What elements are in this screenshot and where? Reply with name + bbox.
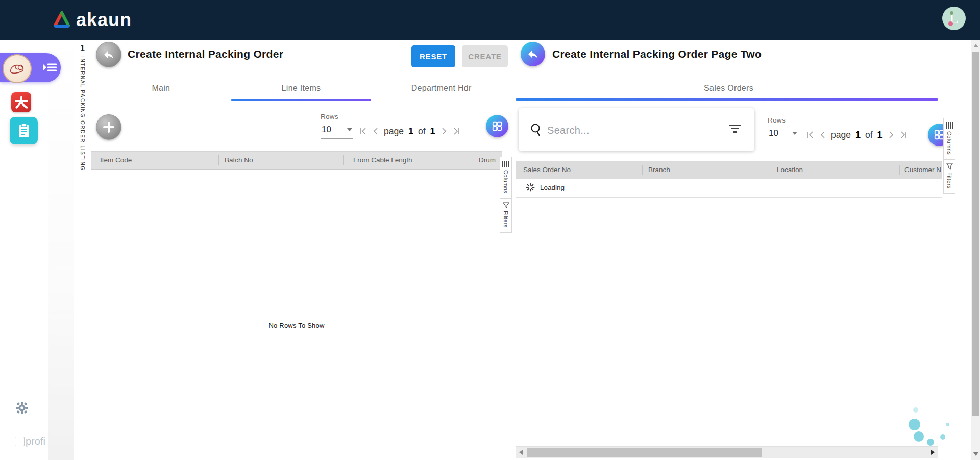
scroll-up-icon[interactable]: [973, 44, 978, 47]
columns-tool-label: Columns: [503, 170, 509, 193]
column-header-sales-order-no[interactable]: Sales Order No: [523, 161, 571, 179]
search-input[interactable]: [546, 120, 717, 140]
page-word: page: [831, 130, 851, 140]
sidebar-item-clipboard-app[interactable]: [10, 117, 38, 144]
filters-tool-toggle[interactable]: Filters: [500, 198, 512, 233]
clipboard-icon: [16, 123, 32, 139]
column-header-location[interactable]: Location: [777, 161, 803, 179]
scroll-left-icon[interactable]: [519, 450, 523, 455]
left-table-side-strip: Columns Filters: [500, 157, 512, 233]
user-avatar[interactable]: L: [942, 7, 966, 30]
chevron-down-icon: [792, 132, 797, 135]
column-header-branch[interactable]: Branch: [648, 161, 670, 179]
tab-line-items[interactable]: Line Items: [231, 77, 372, 100]
filters-tool-label: Filters: [946, 172, 952, 189]
right-table-side-strip: Columns Filters: [943, 118, 955, 194]
page-title: Create Internal Packing Order Page Two: [552, 48, 762, 60]
last-page-icon[interactable]: [452, 127, 461, 136]
bubble-icon: [927, 439, 934, 446]
collapsed-panel-strip: [48, 40, 75, 460]
loading-spinner-icon: [526, 183, 535, 192]
brand-triangle-icon: [53, 11, 71, 29]
active-tab-indicator: [516, 98, 938, 101]
top-bar: akaun L: [0, 0, 980, 40]
sidebar-expand-icon[interactable]: [42, 61, 57, 76]
search-filter-icon[interactable]: [729, 125, 741, 135]
sidebar-item-red-app[interactable]: [11, 92, 31, 112]
listing-vertical-tab[interactable]: 1 INTERNAL PACKING ORDER LISTING: [74, 40, 91, 460]
current-page: 1: [855, 130, 861, 140]
total-pages: 1: [430, 126, 435, 137]
next-page-icon[interactable]: [439, 127, 449, 136]
tab-department-hdr[interactable]: Department Hdr: [371, 77, 511, 100]
column-separator: [772, 165, 772, 175]
tab-main[interactable]: Main: [91, 77, 231, 100]
columns-icon: [946, 122, 953, 129]
last-page-icon[interactable]: [899, 130, 908, 139]
tab-sales-orders[interactable]: Sales Orders: [516, 77, 942, 100]
rows-label: Rows: [768, 116, 786, 124]
column-separator: [218, 155, 219, 165]
loading-row: Loading: [516, 178, 942, 198]
vertical-scrollbar[interactable]: [971, 40, 980, 460]
filter-funnel-icon: [946, 163, 953, 170]
columns-icon: [502, 161, 509, 167]
profile-checkbox[interactable]: [15, 437, 24, 446]
page-title: Create Internal Packing Order: [128, 48, 283, 60]
horizontal-scrollbar[interactable]: [516, 446, 938, 458]
column-header-item-code[interactable]: Item Code: [100, 152, 132, 169]
current-page: 1: [408, 126, 413, 137]
first-page-icon[interactable]: [359, 127, 368, 136]
search-icon: [530, 123, 543, 137]
filters-tool-toggle[interactable]: Filters: [943, 159, 955, 194]
column-header-drum[interactable]: Drum: [479, 152, 496, 169]
search-box: [519, 108, 754, 151]
back-button[interactable]: [521, 42, 545, 66]
add-row-button[interactable]: [96, 114, 121, 140]
rows-per-page-select[interactable]: 10: [768, 128, 798, 142]
create-button[interactable]: CREATE: [462, 45, 508, 67]
column-header-batch-no[interactable]: Batch No: [225, 152, 253, 169]
grid-view-button[interactable]: [486, 115, 508, 137]
avatar-leaf-icon: [950, 11, 953, 15]
reset-button[interactable]: RESET: [411, 45, 455, 67]
next-page-icon[interactable]: [887, 130, 896, 139]
settings-gear-icon[interactable]: [15, 401, 29, 415]
of-word: of: [865, 130, 873, 140]
kanji-dai-icon: [14, 95, 29, 110]
left-tab-bar: Main Line Items Department Hdr: [91, 77, 511, 100]
first-page-icon[interactable]: [806, 130, 815, 139]
back-button[interactable]: [96, 42, 121, 67]
column-separator: [899, 165, 900, 175]
bubble-icon: [946, 423, 949, 426]
app-logo: akaun: [53, 9, 132, 31]
chevron-down-icon: [347, 128, 352, 131]
workspace-pill[interactable]: [0, 53, 61, 82]
sales-orders-table-header: Sales Order No Branch Location Customer …: [516, 161, 942, 179]
back-arrow-icon: [103, 49, 115, 61]
line-items-table-header: Item Code Batch No From Cable Length Dru…: [91, 151, 502, 170]
bubble-icon: [914, 431, 924, 442]
columns-tool-toggle[interactable]: Columns: [943, 118, 955, 160]
horizontal-scrollbar-thumb[interactable]: [527, 448, 762, 457]
workspace-avatar[interactable]: [3, 54, 32, 83]
right-tab-bar: Sales Orders: [516, 77, 942, 100]
tab-divider: [91, 101, 511, 101]
left-pagination: page 1 of 1: [357, 125, 462, 138]
scroll-down-icon[interactable]: [973, 452, 978, 456]
rows-label: Rows: [321, 113, 338, 120]
column-header-from-cable-length[interactable]: From Cable Length: [353, 152, 412, 169]
prev-page-icon[interactable]: [818, 130, 827, 139]
prev-page-icon[interactable]: [371, 127, 380, 136]
grid-icon: [492, 120, 503, 132]
column-header-customer-name[interactable]: Customer N: [904, 161, 941, 179]
columns-tool-label: Columns: [946, 131, 952, 155]
listing-tab-label: INTERNAL PACKING ORDER LISTING: [80, 56, 85, 171]
vertical-scrollbar-thumb[interactable]: [972, 52, 979, 416]
scroll-right-icon[interactable]: [931, 450, 935, 455]
columns-tool-toggle[interactable]: Columns: [500, 157, 512, 199]
rows-per-page-select[interactable]: 10: [321, 125, 353, 139]
loading-text: Loading: [540, 184, 565, 191]
workspace-logo-icon: [8, 61, 27, 77]
total-pages: 1: [877, 130, 883, 140]
